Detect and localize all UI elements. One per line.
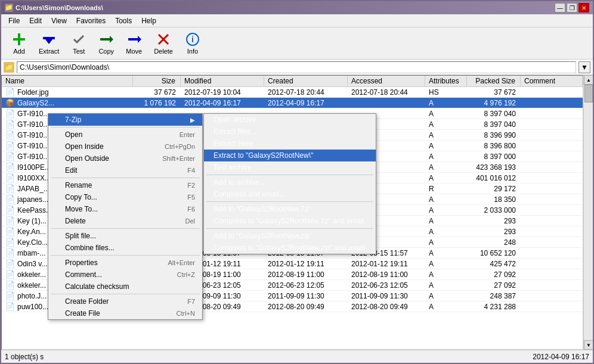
file-attributes: HS	[425, 88, 467, 97]
ctx-combine-files[interactable]: Combine files...	[48, 242, 202, 254]
scroll-down[interactable]: ▼	[584, 340, 593, 350]
sub-test-archive[interactable]: Test archive	[204, 161, 376, 173]
scroll-up[interactable]: ▲	[584, 75, 593, 85]
menu-edit[interactable]: Edit	[24, 15, 47, 26]
ctx-copy-to[interactable]: Copy To... F5	[48, 191, 202, 203]
ctx-create-file[interactable]: Create File Ctrl+N	[48, 307, 202, 319]
file-name: 📦GalaxyS2...	[2, 98, 133, 108]
list-header: Name Size Modified Created Accessed Attr…	[2, 76, 583, 87]
address-dropdown[interactable]: ▼	[578, 61, 590, 73]
close-button[interactable]: ✕	[578, 3, 589, 13]
window-controls: — ❐ ✕	[555, 3, 589, 13]
sub-extract-files[interactable]: Extract files...	[204, 126, 376, 138]
header-modified[interactable]: Modified	[181, 76, 264, 86]
ctx-separator4	[51, 255, 200, 256]
menu-bar: File Edit View Favorites Tools Help	[1, 14, 593, 27]
sub-open-archive[interactable]: Open archive	[204, 114, 376, 126]
menu-help[interactable]: Help	[137, 15, 161, 26]
ctx-properties[interactable]: Properties Alt+Enter	[48, 257, 202, 269]
file-created: 2012-04-09 16:17	[264, 98, 348, 108]
ctx-edit[interactable]: Edit F4	[48, 164, 202, 176]
header-packed[interactable]: Packed Size	[467, 76, 521, 86]
file-packed: 4 976 192	[467, 98, 521, 108]
info-button[interactable]: i Info	[180, 29, 206, 58]
sub-extract-to[interactable]: Extract to "GalaxyS2RootNew\"	[204, 150, 376, 161]
file-modified: 2012-07-19 10:04	[181, 88, 264, 97]
file-size: 1 076 192	[133, 98, 181, 108]
ctx-7zip-label: 7-Zip	[65, 116, 190, 124]
main-window: 📁 C:\Users\Simon\Downloads\ — ❐ ✕ File E…	[0, 0, 594, 364]
add-icon	[12, 32, 26, 46]
copy-button[interactable]: Copy	[93, 29, 119, 58]
svg-rect-1	[13, 38, 25, 41]
move-label: Move	[126, 48, 142, 55]
restore-button[interactable]: ❐	[567, 3, 577, 13]
delete-button[interactable]: Delete	[148, 29, 178, 58]
address-input[interactable]	[17, 61, 576, 73]
file-comment	[521, 102, 583, 104]
address-icon: 📁	[4, 62, 14, 73]
test-button[interactable]: Test	[66, 29, 92, 58]
ctx-create-folder[interactable]: Create Folder F7	[48, 295, 202, 307]
ctx-rename[interactable]: Rename F2	[48, 179, 202, 191]
menu-tools[interactable]: Tools	[110, 15, 137, 26]
sub-compress-zip-email[interactable]: Compress to "GalaxyS2RootNew.zip" and em…	[204, 242, 376, 254]
submenu-separator	[206, 175, 373, 175]
title-bar-content: 📁 C:\Users\Simon\Downloads\	[5, 4, 103, 12]
file-packed: 37 672	[467, 88, 521, 97]
ctx-separator	[51, 127, 200, 127]
ctx-checksum[interactable]: Calculate checksum	[48, 281, 202, 293]
window-title: C:\Users\Simon\Downloads\	[16, 4, 103, 11]
ctx-item-7zip[interactable]: 7-Zip ▶ Open archive Extract files... Ex…	[48, 114, 202, 126]
list-item[interactable]: 📦GalaxyS2... 1 076 192 2012-04-09 16:17 …	[2, 98, 583, 108]
add-button[interactable]: Add	[6, 29, 32, 58]
svg-marker-5	[110, 36, 113, 43]
address-bar: 📁 ▼	[1, 60, 593, 75]
add-label: Add	[13, 48, 25, 55]
svg-rect-2	[43, 37, 55, 39]
header-created[interactable]: Created	[264, 76, 348, 86]
ctx-move-to[interactable]: Move To... F6	[48, 203, 202, 215]
menu-file[interactable]: File	[4, 15, 24, 26]
move-button[interactable]: Move	[120, 29, 147, 58]
scroll-track[interactable]	[584, 85, 593, 340]
header-name[interactable]: Name	[2, 76, 133, 86]
header-attributes[interactable]: Attributes	[425, 76, 467, 86]
sub-compress-email[interactable]: Compress and email...	[204, 188, 376, 200]
scroll-thumb[interactable]	[584, 85, 593, 102]
minimize-button[interactable]: —	[555, 3, 565, 13]
sub-compress-7z-email[interactable]: Compress to "GalaxyS2RootNew.7z" and ema…	[204, 215, 376, 227]
header-size[interactable]: Size	[133, 76, 181, 86]
test-label: Test	[73, 48, 85, 55]
header-comment[interactable]: Comment	[521, 76, 583, 86]
sub-add-7z[interactable]: Add to "GalaxyS2RootNew.7z"	[204, 203, 376, 215]
test-icon	[72, 32, 86, 46]
ctx-open[interactable]: Open Enter	[48, 129, 202, 141]
list-item[interactable]: 📄Folder.jpg 37 672 2012-07-19 10:04 2012…	[2, 87, 583, 98]
move-icon	[127, 32, 141, 46]
submenu-arrow-icon: ▶	[190, 117, 195, 123]
ctx-open-outside[interactable]: Open Outside Shift+Enter	[48, 153, 202, 164]
ctx-comment[interactable]: Comment... Ctrl+Z	[48, 269, 202, 281]
svg-rect-4	[100, 38, 110, 41]
sub-add-archive[interactable]: Add to archive...	[204, 176, 376, 188]
scrollbar[interactable]: ▲ ▼	[583, 75, 593, 350]
submenu-7zip: Open archive Extract files... Extract He…	[203, 113, 376, 254]
delete-icon	[156, 32, 171, 46]
ctx-open-inside[interactable]: Open Inside Ctrl+PgDn	[48, 141, 202, 153]
menu-favorites[interactable]: Favorites	[72, 15, 110, 26]
file-name: 📄Folder.jpg	[2, 87, 133, 97]
menu-view[interactable]: View	[47, 15, 72, 26]
file-size: 37 672	[133, 88, 181, 97]
sub-extract-here[interactable]: Extract Here	[204, 138, 376, 150]
ctx-separator5	[51, 294, 200, 294]
sub-add-zip[interactable]: Add to "GalaxyS2RootNew.zip"	[204, 230, 376, 242]
header-accessed[interactable]: Accessed	[348, 76, 425, 86]
ctx-split-file[interactable]: Split file...	[48, 230, 202, 242]
extract-icon	[42, 32, 56, 46]
status-bar: 1 object(s) s 2012-04-09 16:17	[1, 350, 593, 363]
extract-button[interactable]: Extract	[33, 29, 64, 58]
info-label: Info	[187, 48, 198, 55]
svg-marker-3	[45, 39, 52, 44]
ctx-delete[interactable]: Delete Del	[48, 215, 202, 227]
